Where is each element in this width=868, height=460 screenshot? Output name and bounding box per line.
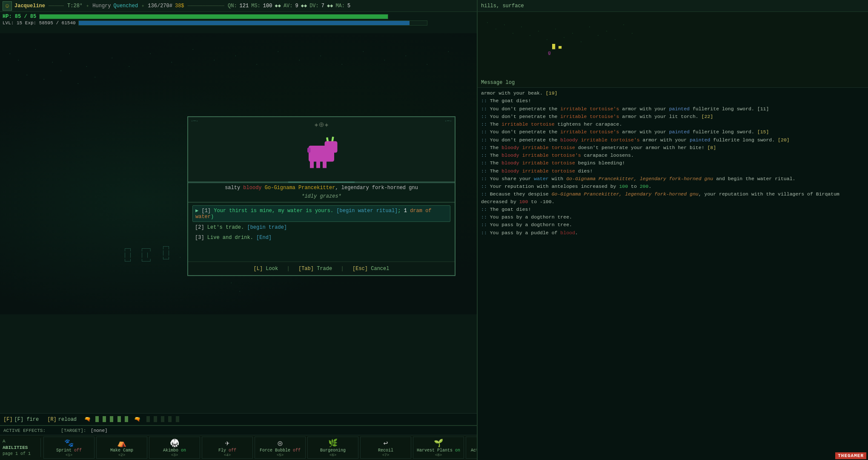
fly-icon: ✈ <box>222 438 233 448</box>
bars-area: HP: 85 / 85 LVL: 15 Exp: 58595 / 61540 <box>0 12 477 27</box>
lvl-label: LVL: 15 Exp: 58595 / 61540 <box>3 20 76 26</box>
message-log[interactable]: armor with your beak. [19] :: The goat d… <box>478 88 868 326</box>
effects-label: ACTIVE EFFECTS: <box>3 428 46 433</box>
ability-akimbo[interactable]: 🥋 Akimbo on <3> <box>149 437 200 459</box>
minimap-gnu: g <box>548 50 551 55</box>
msg-3: :: You don't penetrate the irritable tor… <box>481 105 865 112</box>
dialog-action: *idly grazes* <box>188 193 455 202</box>
dialog-option-1[interactable]: ▶ [1] Your thirst is mine, my water is y… <box>192 205 450 222</box>
fire-key[interactable]: [F] <box>3 417 13 423</box>
ammo-divider: 🔫 <box>134 416 140 423</box>
msg-1: armor with your beak. [19] <box>481 89 865 97</box>
weapon-icon: 🔫 <box>84 416 91 423</box>
msg-14: :: Because they despise Go-Gignama Pranc… <box>481 190 865 205</box>
msg-12: :: You share your water with Go-Gignama … <box>481 175 865 182</box>
message-log-header: Message log <box>478 78 868 88</box>
hp-bar-fill <box>40 14 388 19</box>
akimbo-icon: 🥋 <box>169 438 180 448</box>
dialog-option-2[interactable]: [2] Let's trade. [begin trade] <box>192 223 450 232</box>
msg-16: :: You pass by a dogthorn tree. <box>481 213 865 221</box>
thegamer-logo: THEGAMER <box>835 452 866 459</box>
fire-label: [F] fire <box>14 417 39 423</box>
exp-bar-track <box>78 20 427 26</box>
ability-force-bubble[interactable]: ◎ Force Bubble off <5> <box>255 437 306 459</box>
force-bubble-icon: ◎ <box>275 438 286 448</box>
cancel-button[interactable]: [Esc] Cancel <box>352 266 389 272</box>
dialog-entity-name: salty bloody Go-Gignama Prancekitter, le… <box>188 183 455 193</box>
dialog-portrait: ·─· ·─· ✦⊕✦ <box>188 117 455 183</box>
player-icon: ☺ <box>3 1 12 11</box>
msg-4: :: You don't penetrate the irritable tor… <box>481 113 865 120</box>
hp-label: HP: 85 / 85 <box>3 14 37 20</box>
exp-bar-fill <box>79 21 410 25</box>
player-name: Jacqueline <box>14 3 45 9</box>
msg-9: :: The bloody irritable tortoise's carap… <box>481 152 865 159</box>
gnu-sprite <box>302 136 341 168</box>
right-top-bar: hills, surface <box>478 0 868 12</box>
target-value: [none] <box>91 428 108 433</box>
sprint-icon: 🐾 <box>63 438 74 448</box>
minimap-player: █ <box>552 44 555 50</box>
tree-icon: ✦⊕✦ <box>314 119 329 130</box>
abilities-info: A ABILITIES page 1 of 1 <box>3 438 41 457</box>
right-panel: hills, surface · · · · · · · · · · · · ·… <box>477 0 868 460</box>
game-background: . . . . . . . . . . . . . . . . . . . . … <box>0 33 477 314</box>
ability-recoil[interactable]: ↩ Recoil <7> <box>360 437 411 459</box>
burgeoning-icon: 🌿 <box>327 438 338 448</box>
target-label: [TARGET]: <box>61 428 86 433</box>
fire-bar: [F] [F] fire [R] reload 🔫 🔫 <box>0 413 477 425</box>
dialog-option-3[interactable]: [3] Live and drink. [End] <box>192 233 450 242</box>
target-section: [TARGET]: [none] <box>61 428 108 433</box>
ammo-filled <box>95 416 129 422</box>
reload-label: reload <box>58 417 77 423</box>
msg-11: :: The bloody irritable tortoise dies! <box>481 167 865 175</box>
trade-button[interactable]: [Tab] Trade <box>298 266 332 272</box>
dialog-footer: [L] Look | [Tab] Trade | [Esc] Cancel <box>188 262 455 275</box>
game-area: . . . . . . . . . . . . . . . . . . . . … <box>0 33 477 314</box>
msg-8: :: The bloody irritable tortoise doesn't… <box>481 144 865 151</box>
minimap: · · · · · · · · · · · · · · · · · · █ ▀ … <box>478 12 868 78</box>
msg-15: :: The goat dies! <box>481 206 865 213</box>
right-location-text: hills, surface <box>481 3 524 9</box>
ability-sprint[interactable]: 🐾 Sprint off <1> <box>43 437 95 459</box>
hp-bar-track <box>39 14 388 19</box>
recoil-icon: ↩ <box>380 438 391 448</box>
ability-burgeoning[interactable]: 🌿 Burgeoning <6> <box>307 437 358 459</box>
dialog-options: ▶ [1] Your thirst is mine, my water is y… <box>188 202 455 245</box>
msg-6: :: You don't penetrate the irritable tor… <box>481 128 865 135</box>
reload-key[interactable]: [R] <box>47 417 57 423</box>
msg-17: :: You pass by a dogthorn tree. <box>481 221 865 228</box>
turn-stat: T:28° <box>67 3 83 9</box>
ability-fly[interactable]: ✈ Fly off <4> <box>202 437 253 459</box>
msg-13: :: Your reputation with antelopes increa… <box>481 183 865 190</box>
look-button[interactable]: [L] Look <box>254 266 278 272</box>
ammo-empty <box>146 416 180 422</box>
dialog-box: ·─· ·─· ✦⊕✦ <box>187 116 455 276</box>
make-camp-icon: ⛺ <box>116 438 127 448</box>
msg-18: :: You pass by a puddle of blood. <box>481 229 865 236</box>
thirst-stat: Quenched <box>114 3 138 9</box>
ability-harvest-plants[interactable]: 🌱 Harvest Plants on <8> <box>413 437 464 459</box>
msg-5: :: The irritable tortoise tightens her c… <box>481 121 865 128</box>
msg-2: :: The goat dies! <box>481 97 865 104</box>
ability-make-camp[interactable]: ⛺ Make Camp <2> <box>96 437 147 459</box>
harvest-plants-icon: 🌱 <box>433 438 444 448</box>
msg-7: :: You don't penetrate the bloody irrita… <box>481 136 865 144</box>
msg-10: :: The bloody irritable tortoise begins … <box>481 159 865 167</box>
